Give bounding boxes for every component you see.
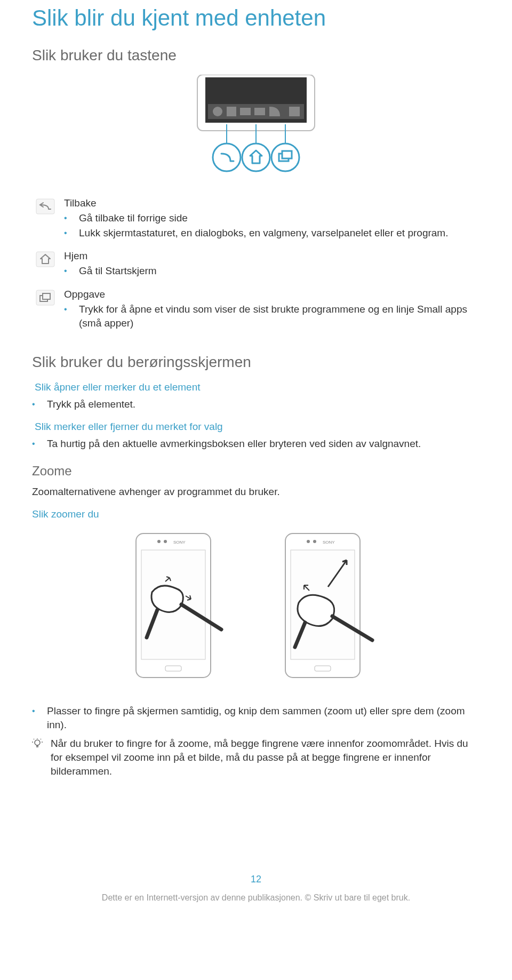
- bullet-icon: •: [64, 211, 79, 224]
- open-mark-heading: Slik åpner eller merker du et element: [35, 381, 480, 393]
- svg-point-32: [313, 540, 316, 543]
- zoom-illustration: SONY SONY: [32, 531, 480, 686]
- home-label: Hjem: [64, 250, 480, 262]
- task-icon: [36, 290, 55, 306]
- zoom-title: Zoome: [32, 464, 480, 479]
- svg-text:SONY: SONY: [173, 540, 186, 545]
- bullet-icon: •: [64, 226, 79, 239]
- svg-point-23: [157, 540, 161, 543]
- task-key-row: Oppgave • Trykk for å åpne et vindu som …: [32, 289, 480, 331]
- back-icon: [36, 198, 55, 214]
- page-number: 12: [32, 874, 480, 885]
- page-title: Slik blir du kjent med enheten: [32, 5, 480, 31]
- zoom-how-heading: Slik zoomer du: [32, 508, 480, 520]
- back-key-row: Tilbake • Gå tilbake til forrige side • …: [32, 197, 480, 241]
- svg-point-31: [307, 540, 310, 543]
- back-bullet-1: Gå tilbake til forrige side: [79, 211, 480, 225]
- section-touch-title: Slik bruker du berøringsskjermen: [32, 354, 480, 371]
- lightbulb-icon: [32, 738, 43, 749]
- back-bullet-2: Lukk skjermtastaturet, en dialogboks, en…: [79, 226, 480, 240]
- home-bullet-1: Gå til Startskjerm: [79, 264, 480, 278]
- svg-line-45: [41, 739, 41, 739]
- svg-rect-20: [43, 293, 50, 299]
- task-bullet-1: Trykk for å åpne et vindu som viser de s…: [79, 302, 480, 330]
- svg-point-11: [213, 144, 241, 171]
- back-label: Tilbake: [64, 197, 480, 209]
- home-key-row: Hjem • Gå til Startskjerm: [32, 250, 480, 279]
- svg-point-24: [164, 540, 167, 543]
- zoom-bullet: Plasser to fingre på skjermen samtidig, …: [47, 704, 480, 731]
- mark-unmark-heading: Slik merker eller fjerner du merket for …: [35, 421, 480, 433]
- bullet-icon: •: [64, 302, 79, 315]
- svg-rect-4: [227, 107, 236, 116]
- tip-row: Når du bruker to fingre for å zoome, må …: [32, 737, 480, 778]
- svg-rect-15: [282, 151, 292, 158]
- svg-point-3: [213, 107, 222, 116]
- phone-buttons-illustration: [32, 75, 480, 181]
- footer-text: Dette er en Internett-versjon av denne p…: [32, 893, 480, 903]
- svg-rect-7: [289, 107, 300, 116]
- svg-point-12: [242, 144, 270, 171]
- bullet-icon: •: [32, 437, 47, 450]
- svg-text:SONY: SONY: [323, 540, 335, 545]
- svg-rect-16: [36, 199, 54, 214]
- mark-unmark-bullet: Ta hurtig på den aktuelle avmerkingsboks…: [47, 437, 480, 451]
- bullet-icon: •: [32, 397, 47, 410]
- bullet-icon: •: [32, 704, 47, 717]
- svg-line-44: [34, 739, 34, 739]
- zoom-tip: Når du bruker to fingre for å zoome, må …: [51, 737, 480, 778]
- svg-rect-6: [254, 108, 265, 115]
- task-label: Oppgave: [64, 289, 480, 300]
- open-mark-bullet: Trykk på elementet.: [47, 397, 480, 411]
- section-keys-title: Slik bruker du tastene: [32, 47, 480, 64]
- svg-point-38: [35, 740, 40, 745]
- zoom-text: Zoomalternativene avhenger av programmet…: [32, 485, 480, 499]
- home-icon: [36, 251, 55, 267]
- svg-rect-5: [240, 108, 251, 115]
- bullet-icon: •: [64, 264, 79, 277]
